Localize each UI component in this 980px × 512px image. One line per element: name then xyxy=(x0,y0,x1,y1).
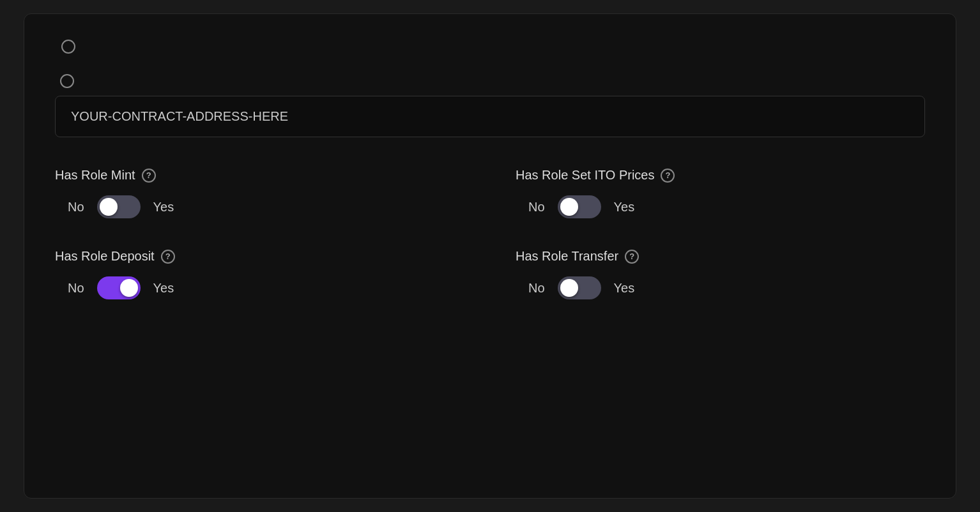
section-title-row xyxy=(55,40,925,54)
toggle-set-ito-prices-thumb xyxy=(560,198,578,216)
role-card: Has Role Mint ? No Yes Has Role Set ITO … xyxy=(24,13,956,499)
toggle-set-ito-prices-help-icon[interactable]: ? xyxy=(661,169,675,183)
address-label-row xyxy=(55,74,925,88)
toggle-mint-help-icon[interactable]: ? xyxy=(142,169,156,183)
toggle-mint-thumb xyxy=(100,198,118,216)
toggle-deposit-thumb xyxy=(120,279,138,297)
toggle-deposit-help-icon[interactable]: ? xyxy=(161,250,175,264)
toggle-group-mint: Has Role Mint ? No Yes xyxy=(55,168,464,218)
toggle-transfer-thumb xyxy=(560,279,578,297)
address-input[interactable] xyxy=(55,96,925,137)
toggle-label-deposit: Has Role Deposit ? xyxy=(55,249,464,264)
toggle-mint-no-label: No xyxy=(68,200,84,215)
section-help-icon[interactable] xyxy=(61,40,75,54)
toggle-deposit-no-label: No xyxy=(68,281,84,296)
toggle-group-set-ito-prices: Has Role Set ITO Prices ? No Yes xyxy=(516,168,925,218)
toggle-transfer-text: Has Role Transfer xyxy=(516,249,618,264)
address-section xyxy=(55,74,925,137)
toggle-set-ito-prices-no-label: No xyxy=(528,200,545,215)
toggle-set-ito-prices-switch[interactable] xyxy=(558,195,601,218)
toggle-group-transfer: Has Role Transfer ? No Yes xyxy=(516,249,925,299)
toggle-group-deposit: Has Role Deposit ? No Yes xyxy=(55,249,464,299)
toggle-transfer-no-label: No xyxy=(528,281,545,296)
toggle-deposit-switch[interactable] xyxy=(97,276,141,299)
toggle-row-deposit: No Yes xyxy=(55,276,464,299)
toggle-label-set-ito-prices: Has Role Set ITO Prices ? xyxy=(516,168,925,183)
toggle-deposit-yes-label: Yes xyxy=(153,281,174,296)
toggle-label-transfer: Has Role Transfer ? xyxy=(516,249,925,264)
address-help-icon[interactable] xyxy=(60,74,74,88)
toggle-row-transfer: No Yes xyxy=(516,276,925,299)
toggle-mint-text: Has Role Mint xyxy=(55,168,135,183)
toggles-grid: Has Role Mint ? No Yes Has Role Set ITO … xyxy=(55,168,925,299)
toggle-set-ito-prices-text: Has Role Set ITO Prices xyxy=(516,168,654,183)
toggle-row-mint: No Yes xyxy=(55,195,464,218)
toggle-row-set-ito-prices: No Yes xyxy=(516,195,925,218)
toggle-deposit-text: Has Role Deposit xyxy=(55,249,155,264)
toggle-transfer-switch[interactable] xyxy=(558,276,601,299)
toggle-set-ito-prices-yes-label: Yes xyxy=(614,200,635,215)
toggle-transfer-help-icon[interactable]: ? xyxy=(625,250,639,264)
toggle-label-mint: Has Role Mint ? xyxy=(55,168,464,183)
toggle-transfer-yes-label: Yes xyxy=(614,281,635,296)
toggle-mint-yes-label: Yes xyxy=(153,200,174,215)
toggle-mint-switch[interactable] xyxy=(97,195,141,218)
